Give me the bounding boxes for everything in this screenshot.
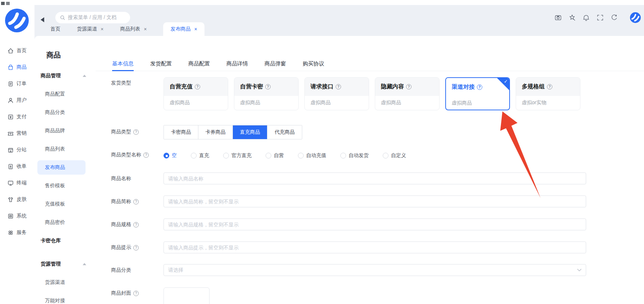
radio-custom[interactable]: 自定义 xyxy=(383,152,406,159)
chevron-down-icon xyxy=(577,269,581,272)
favicon-artifact xyxy=(1,2,5,5)
radio-dot xyxy=(191,153,197,158)
close-icon[interactable]: × xyxy=(101,26,104,32)
cover-upload-box[interactable] xyxy=(164,287,210,304)
segment-proxy-recharge-product[interactable]: 代充商品 xyxy=(267,125,302,139)
notification-bell-icon[interactable] xyxy=(582,14,590,22)
tab-label: 货源渠道 xyxy=(77,26,97,32)
tab-product-list[interactable]: 商品列表 × xyxy=(120,22,147,36)
sidebar-item-substation[interactable]: 分站 xyxy=(0,142,34,158)
radio-dot xyxy=(340,153,346,158)
sidebar-item-marketing[interactable]: 营销 xyxy=(0,125,34,142)
sidebar-item-services[interactable]: 服务 xyxy=(0,224,34,241)
field-label-tip: 商品提示 ? xyxy=(111,244,139,251)
segment-coupon-product[interactable]: 卡券商品 xyxy=(198,125,233,139)
tab-home[interactable]: 首页 xyxy=(50,22,60,36)
card-hidden-content[interactable]: 隐藏内容? 虚拟商品 xyxy=(375,77,440,110)
radio-official-direct[interactable]: 官方直充 xyxy=(223,152,252,159)
radio-auto-recharge[interactable]: 自动充值 xyxy=(298,152,326,159)
sidebar-item-home[interactable]: 首页 xyxy=(0,42,34,59)
submenu-item-product-list[interactable]: 商品列表 xyxy=(34,140,96,158)
radio-self-operated[interactable]: 自营 xyxy=(266,152,284,159)
help-icon[interactable]: ? xyxy=(547,84,552,89)
sidebar-item-terminal[interactable]: 终端 xyxy=(0,175,34,191)
order-icon xyxy=(7,80,14,87)
system-icon xyxy=(7,213,14,220)
submenu-item-publish-product[interactable]: 发布商品 xyxy=(34,158,96,176)
sidebar-item-receipts[interactable]: 收单 xyxy=(0,158,34,175)
fullscreen-icon[interactable] xyxy=(596,14,604,22)
segment-cardkey-product[interactable]: 卡密商品 xyxy=(164,125,198,139)
card-multi-spec[interactable]: 多规格组? 虚拟or实物 xyxy=(516,77,580,110)
product-category-select[interactable]: 请选择 xyxy=(164,264,586,276)
help-icon[interactable]: ? xyxy=(336,84,341,89)
global-search-input[interactable]: 搜索菜单 / 应用 / 文档 xyxy=(55,12,130,23)
submenu-item-universal-connect[interactable]: 万能对接 xyxy=(34,291,96,304)
product-short-name-input[interactable] xyxy=(164,195,586,207)
favicon-artifact-2 xyxy=(6,2,10,5)
item-label: 充值模板 xyxy=(45,201,65,207)
sidebar-item-products[interactable]: 商品 xyxy=(0,59,34,75)
tab-supply-channel[interactable]: 货源渠道 × xyxy=(77,22,104,36)
help-icon[interactable]: ? xyxy=(133,291,139,296)
submenu-group-card-warehouse[interactable]: 卡密仓库 xyxy=(34,231,96,250)
brand-logo[interactable] xyxy=(5,9,29,32)
label-text: 商品规格 xyxy=(111,221,131,228)
sidebar-item-skin[interactable]: 皮肤 xyxy=(0,191,34,208)
submenu-group-supply-management[interactable]: 货源管理 xyxy=(34,255,96,273)
tab-publish-product[interactable]: 发布商品 × xyxy=(163,22,204,36)
help-icon[interactable]: ? xyxy=(133,129,139,135)
card-request-api[interactable]: 请求接口? 虚拟商品 xyxy=(304,77,369,110)
skin-icon xyxy=(7,196,14,203)
radio-direct[interactable]: 直充 xyxy=(191,152,209,159)
field-label-spec: 商品规格 ? xyxy=(111,221,139,228)
card-title: 多规格组 xyxy=(522,83,545,91)
help-icon[interactable]: ? xyxy=(406,84,411,89)
card-self-cardkey[interactable]: 自营卡密? 虚拟商品 xyxy=(234,77,299,110)
submenu-item-secret-price[interactable]: 商品密价 xyxy=(34,213,96,231)
submenu-item-price-template[interactable]: 售价模板 xyxy=(34,176,96,195)
sidebar-item-system[interactable]: 系统 xyxy=(0,208,34,224)
segment-direct-recharge-product[interactable]: 直充商品 xyxy=(233,125,267,139)
submenu-item-product-config[interactable]: 商品配置 xyxy=(34,85,96,103)
screenshot-camera-icon[interactable] xyxy=(554,14,562,22)
collapse-sidebar-icon[interactable] xyxy=(41,17,44,22)
check-icon: ✓ xyxy=(504,79,508,84)
item-label: 商品列表 xyxy=(45,146,65,152)
help-icon[interactable]: ? xyxy=(133,222,139,227)
product-spec-input[interactable] xyxy=(164,218,586,230)
submenu-item-product-brand[interactable]: 商品品牌 xyxy=(34,121,96,140)
label-text: 商品类型名称 xyxy=(111,152,141,158)
submenu-item-supply-channel[interactable]: 货源渠道 xyxy=(34,273,96,291)
submenu-group-product-management[interactable]: 商品管理 xyxy=(34,66,96,85)
sidebar-item-label: 皮肤 xyxy=(17,196,27,203)
card-channel-connect[interactable]: 渠道对接? 虚拟商品 ✓ xyxy=(445,77,510,110)
sidebar-item-payment[interactable]: 支付 xyxy=(0,109,34,125)
close-icon[interactable]: × xyxy=(144,26,147,32)
close-icon[interactable]: × xyxy=(194,26,197,32)
site-icon xyxy=(7,147,14,153)
submenu-item-recharge-template[interactable]: 充值模板 xyxy=(34,195,96,213)
magic-star-icon[interactable] xyxy=(568,14,576,22)
product-tip-input[interactable] xyxy=(164,241,586,253)
help-icon[interactable]: ? xyxy=(133,199,139,204)
sidebar-item-label: 收单 xyxy=(17,163,27,170)
submenu-item-product-category[interactable]: 商品分类 xyxy=(34,103,96,121)
help-icon[interactable]: ? xyxy=(477,84,482,90)
main-form-area: 基本信息 发货配置 商品配置 商品详情 商品弹窗 购买协议 发货类型 自营充值?… xyxy=(96,36,644,304)
user-avatar[interactable] xyxy=(630,12,641,23)
sidebar-item-users[interactable]: 用户 xyxy=(0,92,34,109)
sidebar-item-label: 分站 xyxy=(17,147,27,153)
radio-auto-ship[interactable]: 自动发货 xyxy=(340,152,369,159)
radio-empty[interactable]: 空 xyxy=(164,152,177,159)
card-desc: 虚拟or实物 xyxy=(516,96,580,106)
help-icon[interactable]: ? xyxy=(265,84,271,89)
sidebar-item-orders[interactable]: 订单 xyxy=(0,75,34,92)
help-icon[interactable]: ? xyxy=(133,245,139,250)
refresh-icon[interactable] xyxy=(610,14,618,22)
receipt-icon xyxy=(7,163,14,170)
product-name-input[interactable] xyxy=(164,172,586,184)
help-icon[interactable]: ? xyxy=(195,84,200,89)
help-icon[interactable]: ? xyxy=(143,152,149,158)
card-self-recharge[interactable]: 自营充值? 虚拟商品 xyxy=(164,77,228,110)
